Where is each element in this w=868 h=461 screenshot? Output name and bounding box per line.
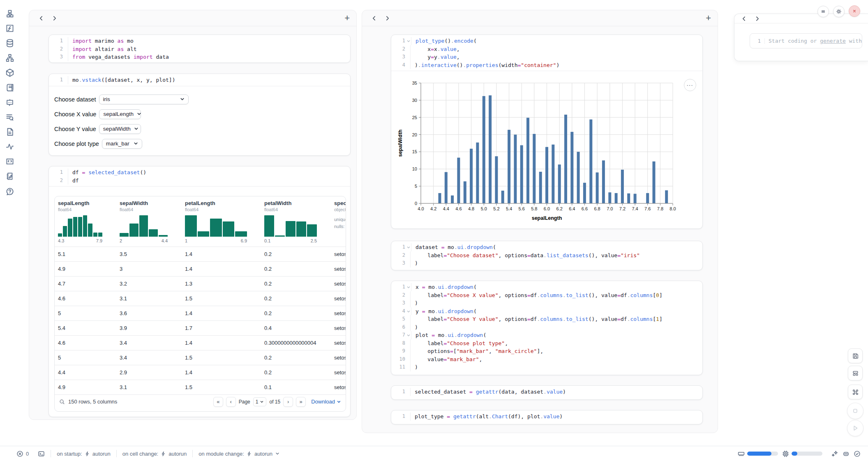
code-editor[interactable]: 1df = selected_dataset()2df [49, 166, 350, 186]
code-text[interactable]: ) [411, 299, 418, 307]
dropdown-select-choose-dataset[interactable]: iris [99, 95, 189, 104]
code-line[interactable]: 1plot_type().encode( [391, 37, 702, 45]
code-text[interactable]: label="Choose dataset", options=data.lis… [411, 251, 640, 260]
terminal-button[interactable] [38, 450, 45, 457]
column-header-sepalLength[interactable]: sepalLengthfloat644.37.9 [55, 200, 116, 243]
download-button[interactable]: Download [311, 399, 341, 405]
column-header-sepalWidth[interactable]: sepalWidthfloat6424.4 [116, 200, 182, 243]
cell-dataframe[interactable]: 1df = selected_dataset()2df sepalLengthf… [48, 166, 351, 417]
chart-actions-button[interactable]: ··· [684, 79, 696, 91]
add-cell-button[interactable]: + [706, 14, 711, 23]
code-editor[interactable]: 1dataset = mo.ui.dropdown(2 label="Choos… [391, 241, 702, 269]
code-text[interactable]: plot_type = getattr(alt.Chart(df), plot.… [411, 413, 563, 421]
column-header-petalLength[interactable]: petalLengthfloat6416.9 [182, 200, 261, 243]
code-line[interactable]: 1selected_dataset = getattr(data, datase… [391, 388, 702, 396]
code-text[interactable]: x=x.value, [411, 45, 460, 53]
scratchpad-next-button[interactable] [752, 14, 762, 23]
code-text[interactable]: mo.vstack([dataset, x, y, plot]) [68, 76, 175, 84]
on-cell-change-setting[interactable]: on cell change: autorun [122, 451, 187, 457]
code-text[interactable]: df = selected_dataset() [68, 168, 146, 177]
settings-button[interactable] [833, 6, 845, 17]
last-page-button[interactable]: » [296, 397, 306, 407]
cell-dataset-dropdown[interactable]: 1dataset = mo.ui.dropdown(2 label="Choos… [391, 241, 703, 270]
shutdown-button[interactable] [849, 5, 860, 17]
run-all-button[interactable] [847, 420, 863, 436]
keyboard-shortcuts-button[interactable] [848, 385, 863, 399]
cell-plot-type[interactable]: 1plot_type = getattr(alt.Chart(df), plot… [391, 410, 703, 424]
on-startup-setting[interactable]: on startup: autorun [57, 451, 111, 457]
file-explorer-icon[interactable] [5, 9, 14, 18]
dropdown-select-choose-plot-type[interactable]: mark_bar [102, 139, 142, 149]
table-row[interactable]: 4.93.11.50.1setosa [55, 380, 346, 394]
column-header-species[interactable]: speciesobjectuniquenulls: [331, 200, 346, 243]
code-text[interactable]: import altair as alt [68, 45, 137, 53]
table-row[interactable]: 4.63.11.50.2setosa [55, 291, 346, 306]
code-text[interactable]: label="Choose X value", options=df.colum… [411, 291, 663, 300]
scratchpad-icon[interactable] [5, 172, 14, 181]
bar-chart[interactable]: 4.04.24.44.64.85.05.25.45.65.86.06.26.46… [395, 73, 699, 225]
cell-selected-dataset[interactable]: 1selected_dataset = getattr(data, datase… [391, 385, 703, 400]
code-line[interactable]: 1dataset = mo.ui.dropdown( [391, 243, 702, 251]
add-cell-button[interactable]: + [344, 14, 350, 23]
first-page-button[interactable]: « [213, 397, 223, 407]
table-row[interactable]: 4.42.91.40.2setosa [55, 365, 346, 380]
snippets-icon[interactable] [5, 157, 14, 166]
cpu-usage-indicator[interactable] [782, 450, 822, 457]
datasources-icon[interactable] [5, 39, 14, 48]
chat-icon[interactable] [5, 98, 14, 107]
code-line[interactable]: 11) [391, 363, 702, 371]
copilot-status-button[interactable] [843, 450, 850, 457]
table-row[interactable]: 4.73.21.30.2setosa [55, 276, 346, 291]
table-row[interactable]: 4.931.40.2setosa [55, 261, 346, 276]
scripts-icon[interactable] [5, 83, 14, 92]
table-row[interactable]: 53.61.40.2setosa [55, 306, 346, 320]
code-text[interactable]: ) [411, 323, 418, 332]
code-text[interactable]: dataset = mo.ui.dropdown( [411, 243, 496, 251]
table-row[interactable]: 53.41.50.2setosa [55, 350, 346, 365]
code-editor[interactable]: 1selected_dataset = getattr(data, datase… [391, 386, 702, 398]
cell-xy-plot-dropdowns[interactable]: 1x = mo.ui.dropdown(2 label="Choose X va… [391, 281, 703, 375]
cell-vstack[interactable]: 1mo.vstack([dataset, x, y, plot]) Choose… [48, 74, 351, 156]
ram-usage-indicator[interactable] [738, 450, 778, 457]
cell-altair-chart[interactable]: 1plot_type().encode(2 x=x.value,3 y=y.va… [391, 35, 703, 229]
code-editor[interactable]: 1x = mo.ui.dropdown(2 label="Choose X va… [391, 281, 702, 373]
code-text[interactable]: from vega_datasets import data [68, 53, 169, 61]
help-icon[interactable] [5, 187, 14, 196]
code-text[interactable]: ).interactive().properties(width="contai… [411, 61, 559, 69]
code-text[interactable]: value="mark_bar", [411, 355, 482, 364]
code-line[interactable]: 1x = mo.ui.dropdown( [391, 283, 702, 291]
code-text[interactable]: plot_type().encode( [411, 37, 477, 45]
code-text[interactable]: df [68, 177, 79, 185]
generate-with-ai-link[interactable]: generate [820, 38, 846, 44]
code-text[interactable]: label="Choose Y value", options=df.colum… [411, 315, 663, 323]
previous-page-button[interactable]: ‹ [226, 397, 236, 407]
table-row[interactable]: 4.63.41.40.3000000000000004setosa [55, 335, 346, 350]
code-line[interactable]: 5 label="Choose Y value", options=df.col… [391, 315, 702, 323]
packages-icon[interactable] [5, 68, 14, 77]
code-text[interactable]: x = mo.ui.dropdown( [411, 283, 477, 291]
code-line[interactable]: 1import marimo as mo [49, 37, 350, 45]
code-line[interactable]: 10 value="mark_bar", [391, 355, 702, 364]
scratchpad-prev-button[interactable] [739, 14, 749, 23]
code-text[interactable]: y = mo.ui.dropdown( [411, 307, 477, 316]
code-line[interactable]: 4y = mo.ui.dropdown( [391, 307, 702, 316]
cell-imports[interactable]: 1import marimo as mo2import altair as al… [48, 35, 351, 63]
column-scroll-left-button[interactable] [369, 13, 379, 23]
table-row[interactable]: 5.43.91.70.4setosa [55, 320, 346, 335]
layout-toggle-button[interactable] [848, 366, 863, 380]
code-line[interactable]: 3) [391, 299, 702, 307]
table-row[interactable]: 5.13.51.40.2setosa [55, 247, 346, 261]
code-text[interactable]: y=y.value, [411, 53, 460, 61]
code-line[interactable]: 2 label="Choose X value", options=df.col… [391, 291, 702, 300]
error-count-indicator[interactable]: 0 [16, 450, 29, 457]
code-line[interactable]: 4).interactive().properties(width="conta… [391, 61, 702, 69]
code-text[interactable]: options=["mark_bar", "mark_circle"], [411, 347, 543, 355]
column-scroll-right-button[interactable] [382, 13, 392, 23]
save-button[interactable] [848, 348, 863, 363]
code-line[interactable]: 3) [391, 259, 702, 267]
code-line[interactable]: 2 label="Choose dataset", options=data.l… [391, 251, 702, 260]
code-text[interactable]: label="Choose plot type", [411, 339, 508, 348]
code-line[interactable]: 1mo.vstack([dataset, x, y, plot]) [49, 76, 350, 84]
connection-status-button[interactable] [854, 450, 861, 457]
code-line[interactable]: 2import altair as alt [49, 45, 350, 53]
